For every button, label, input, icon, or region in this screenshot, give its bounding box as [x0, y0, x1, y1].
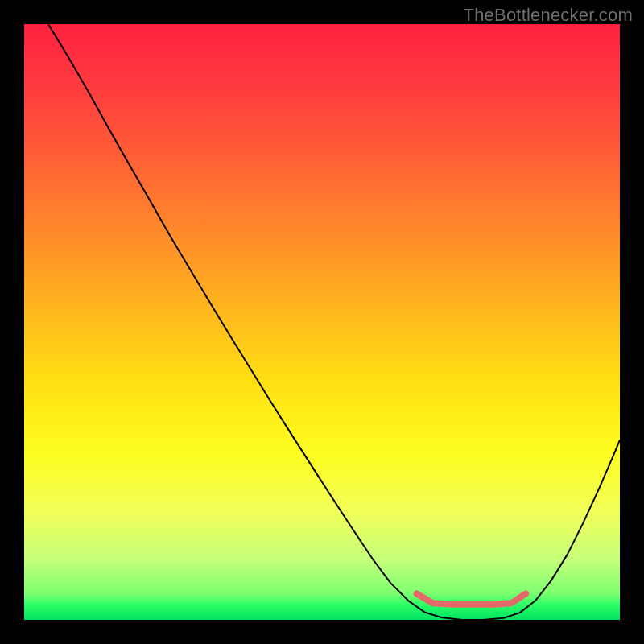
chart-frame: TheBottlenecker.com — [0, 0, 644, 644]
watermark-text: TheBottlenecker.com — [464, 5, 633, 26]
plot-area — [24, 24, 620, 620]
chart-svg — [24, 24, 620, 620]
gradient-background — [24, 24, 620, 620]
